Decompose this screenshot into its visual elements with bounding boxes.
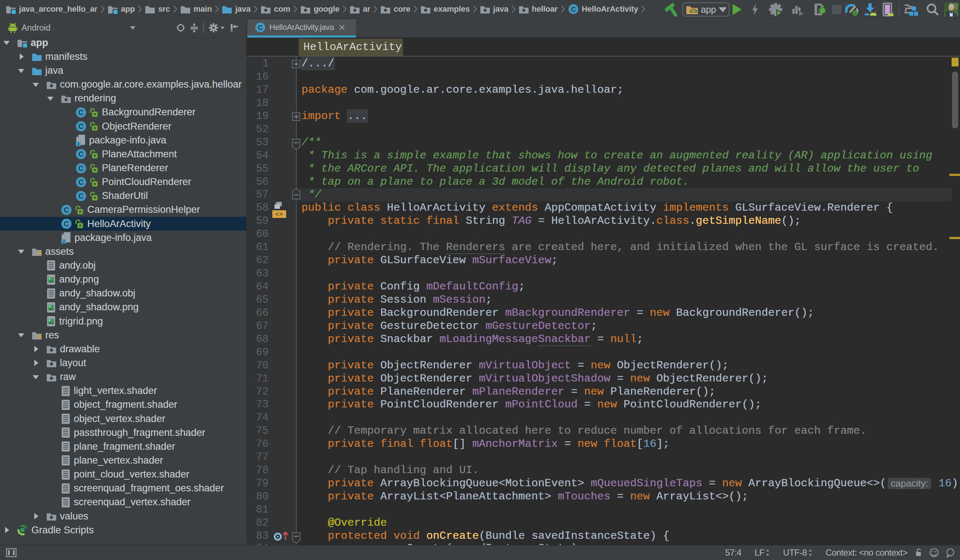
- svg-text:C: C: [78, 164, 83, 172]
- svg-text:J: J: [63, 240, 65, 243]
- svg-text:J: J: [77, 142, 80, 146]
- svg-text:C: C: [258, 24, 263, 31]
- svg-text:C: C: [571, 5, 576, 13]
- svg-text:C: C: [64, 220, 69, 228]
- svg-text:C: C: [78, 109, 83, 117]
- svg-text:C: C: [78, 122, 83, 130]
- svg-text:C: C: [64, 206, 69, 214]
- svg-text:C: C: [78, 178, 83, 186]
- svg-text:C: C: [78, 192, 83, 200]
- svg-text:C: C: [78, 150, 83, 158]
